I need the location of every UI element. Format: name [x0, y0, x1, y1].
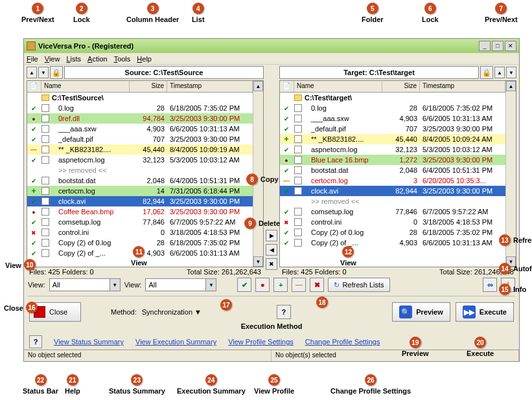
list-row[interactable]: 0.log286/18/2005 7:35:02 PM	[280, 103, 505, 113]
list-row[interactable]: ** _KB823182....45,4408/4/2005 10:09:24 …	[280, 134, 505, 144]
scroll-down-icon[interactable]: ▼	[253, 256, 263, 267]
col-name[interactable]: Name	[294, 81, 382, 92]
chevron-down-icon[interactable]: ▼	[110, 279, 120, 291]
list-row[interactable]: clock.avi82,9443/25/2003 9:30:00 PM	[27, 196, 253, 206]
link-execution-summary[interactable]: View Execution Summary	[135, 338, 216, 346]
list-row[interactable]: certocm.log147/31/2005 6:18:44 PM	[27, 186, 253, 196]
delete-action-button[interactable]: ✖	[310, 278, 324, 292]
list-row[interactable]: control.ini03/18/2005 4:18:53 PM	[280, 217, 505, 227]
col-size[interactable]: Size	[130, 81, 167, 92]
delete-button[interactable]: ✖	[266, 258, 277, 270]
list-row[interactable]: >> removed <<	[27, 165, 253, 175]
method-combo[interactable]: Synchronization ▼	[142, 308, 272, 316]
scroll-up-icon[interactable]: ▲	[506, 81, 516, 91]
copy-left-button[interactable]: ◀	[266, 244, 277, 256]
menu-action[interactable]: Action	[87, 55, 108, 63]
file-icon	[294, 104, 302, 112]
source-scrollbar[interactable]: ▲ ▼	[253, 81, 263, 267]
check-icon	[284, 239, 289, 247]
list-row[interactable]: Copy (2) of _...4,9036/6/2005 10:31:13 A…	[280, 238, 505, 248]
target-folder-row[interactable]: C:\Test\target\	[280, 93, 505, 103]
target-path[interactable]: Target: C:\Test\target	[279, 66, 479, 79]
view-combo-2[interactable]: All ▼	[145, 278, 216, 291]
close-button[interactable]: Close	[29, 302, 81, 322]
source-lock-button[interactable]: 🔒	[50, 66, 63, 79]
source-view-combo[interactable]: All ▼	[49, 278, 121, 291]
source-next-button[interactable]: ▼	[38, 67, 49, 78]
file-name: control.ini	[51, 228, 130, 236]
exclude-button[interactable]: ●	[255, 278, 270, 292]
file-time: 3/25/2003 9:30:00 PM	[167, 115, 253, 122]
execute-button[interactable]: ▶▶ Execute	[456, 302, 514, 322]
source-prev-button[interactable]: ▲	[27, 67, 37, 78]
col-size[interactable]: Size	[382, 81, 420, 92]
scroll-down-icon[interactable]: ▼	[506, 256, 516, 267]
source-folder-row[interactable]: C:\Test\Source\	[27, 93, 253, 103]
preview-button[interactable]: 🔍 Preview	[392, 302, 450, 322]
callout-label: Folder	[362, 16, 384, 23]
menu-help[interactable]: Help	[137, 55, 152, 63]
list-row[interactable]: Copy (2) of 0.log286/18/2005 7:35:02 PM	[27, 238, 253, 248]
file-name: certocm.log	[303, 177, 382, 184]
col-time[interactable]: Timestamp	[420, 81, 505, 92]
menu-lists[interactable]: Lists	[66, 55, 81, 63]
source-path[interactable]: Source: C:\Test\Source	[64, 66, 264, 79]
list-row[interactable]: 0ref.dll94,7843/25/2003 9:30:00 PM	[27, 113, 253, 124]
autofit-button[interactable]: ⇔	[483, 278, 497, 292]
refresh-lists-button[interactable]: ↻ Refresh Lists	[328, 278, 389, 292]
list-row[interactable]: comsetup.log77,8466/7/2005 9:57:22 AM	[27, 217, 253, 227]
include-button[interactable]: ✔	[237, 278, 251, 292]
menu-tools[interactable]: Tools	[114, 55, 131, 63]
target-prev-button[interactable]: ▲	[494, 67, 505, 78]
check-icon	[31, 197, 36, 205]
list-row[interactable]: _default.pif7073/25/2003 9:30:00 PM	[280, 124, 505, 134]
menu-view[interactable]: View	[45, 55, 60, 63]
file-icon	[294, 135, 302, 143]
list-row[interactable]: 0.log286/18/2005 7:35:02 PM	[27, 103, 253, 113]
col-time[interactable]: Timestamp	[167, 81, 253, 92]
remove-button[interactable]: —	[292, 278, 306, 292]
list-row[interactable]: _default.pif7073/25/2003 9:30:00 PM	[27, 134, 253, 144]
list-row[interactable]: ___aaa.sxw4,9036/6/2005 10:31:13 AM	[280, 113, 505, 124]
list-row[interactable]: ___aaa.sxw4,9036/6/2005 10:31:13 AM	[27, 124, 253, 134]
combo-value: All	[146, 281, 205, 289]
col-icon[interactable]: 📄	[280, 81, 294, 92]
chevron-down-icon[interactable]: ▼	[194, 308, 202, 316]
list-row[interactable]: bootstat.dat2,0486/4/2005 10:51:31 PM	[27, 175, 253, 186]
list-row[interactable]: certocm.log36/20/2005 10:35:3...	[280, 175, 505, 186]
help-button[interactable]: ?	[29, 335, 42, 348]
list-row[interactable]: Copy (2) of 0.log286/18/2005 7:35:02 PM	[280, 227, 505, 238]
scroll-up-icon[interactable]: ▲	[253, 81, 263, 91]
list-row[interactable]: aspnetocm.log32,1235/3/2005 10:03:12 AM	[280, 144, 505, 155]
menu-file[interactable]: File	[27, 55, 38, 63]
list-row[interactable]: comsetup.log77,8466/7/2005 9:57:22 AM	[280, 206, 505, 217]
link-status-summary[interactable]: View Status Summary	[54, 338, 124, 346]
list-row[interactable]: Coffee Bean.bmp17,0623/25/2003 9:30:00 P…	[27, 206, 253, 217]
list-row[interactable]: aspnetocm.log32,1235/3/2005 10:03:12 AM	[27, 155, 253, 165]
link-profile-settings[interactable]: View Profile Settings	[228, 338, 294, 346]
target-scrollbar[interactable]: ▲ ▼	[505, 81, 516, 267]
chevron-down-icon[interactable]: ▼	[205, 279, 216, 291]
list-row[interactable]: clock.avi82,9443/25/2003 9:30:00 PM	[280, 186, 505, 196]
list-row[interactable]: >> removed <<	[280, 196, 505, 206]
file-name: _default.pif	[303, 125, 382, 133]
link-change-profile-settings[interactable]: Change Profile Settings	[305, 338, 380, 346]
copy-right-button[interactable]: ▶	[266, 230, 277, 241]
add-button[interactable]: +	[273, 278, 288, 292]
method-help-button[interactable]: ?	[277, 305, 291, 319]
col-icon[interactable]: 📄	[27, 81, 41, 92]
close-window-button[interactable]: ✕	[505, 41, 516, 51]
target-next-button[interactable]: ▼	[506, 67, 516, 78]
list-row[interactable]: bootstat.dat2,0486/4/2005 10:51:31 PM	[280, 165, 505, 175]
list-row[interactable]: control.ini03/18/2005 4:18:53 PM	[27, 227, 253, 238]
file-size: 82,944	[130, 197, 167, 205]
maximize-button[interactable]: □	[492, 41, 503, 51]
target-lock-button[interactable]: 🔒	[480, 66, 493, 79]
minimize-button[interactable]: _	[479, 41, 491, 51]
list-row[interactable]: Blue Lace 16.bmp1,2723/25/2003 9:30:00 P…	[280, 155, 505, 165]
col-name[interactable]: Name	[41, 81, 130, 92]
callout-label: Status Bar	[23, 387, 58, 395]
list-row[interactable]: ** _KB823182....45,4408/4/2005 10:09:19 …	[27, 144, 253, 155]
info-button[interactable]: ℹ	[501, 278, 515, 292]
list-row[interactable]: Copy (2) of _...4,9036/6/2005 10:31:13 A…	[27, 248, 253, 258]
